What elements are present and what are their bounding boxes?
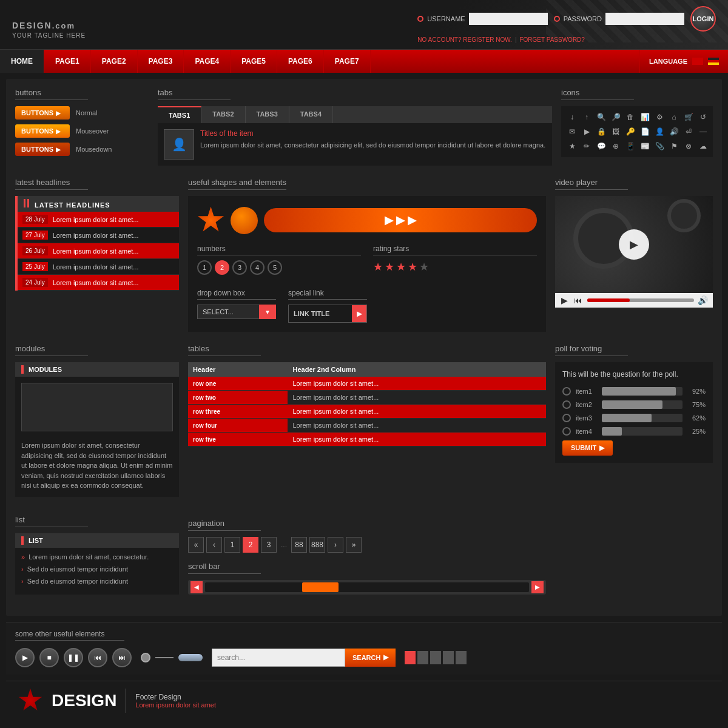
icon-clip[interactable]: 📎 (653, 140, 666, 152)
video-prev-btn[interactable]: ⏮ (573, 295, 584, 305)
num-3[interactable]: 3 (232, 260, 247, 275)
nav-page5[interactable]: PAGE5 (231, 50, 277, 73)
toggle-seg-2[interactable] (417, 651, 428, 664)
tab-2[interactable]: TABS2 (201, 106, 245, 123)
num-2[interactable]: 2 (215, 260, 229, 275)
icon-doc[interactable]: 📄 (639, 126, 651, 138)
num-4[interactable]: 4 (250, 260, 265, 275)
toggle-switch[interactable] (405, 651, 467, 664)
mc-stop[interactable]: ■ (39, 648, 59, 667)
password-input[interactable] (605, 13, 684, 25)
button-normal[interactable]: BUTTONS ▶ (15, 106, 70, 120)
icon-user[interactable]: 👤 (653, 126, 666, 138)
headline-item[interactable]: 28 July Lorem ipsum dolor sit amet... (18, 212, 179, 228)
icon-speaker[interactable]: 🔊 (668, 126, 680, 138)
icon-trash[interactable]: 🗑 (624, 111, 636, 123)
button-mouseover[interactable]: BUTTONS ▶ (15, 124, 70, 138)
icon-key[interactable]: 🔑 (624, 126, 636, 138)
nav-page3[interactable]: PAGE3 (138, 50, 184, 73)
toggle-seg-4[interactable] (443, 651, 454, 664)
submit-button[interactable]: SUBMIT ▶ (562, 440, 613, 456)
icon-pencil[interactable]: ✏ (581, 140, 593, 152)
poll-radio-2[interactable] (562, 400, 571, 409)
no-account-link[interactable]: NO ACCOUNT? REGISTER NOW. (417, 36, 512, 43)
forget-password-link[interactable]: FORGET PASSWORD? (519, 36, 584, 43)
toggle-seg-5[interactable] (456, 651, 467, 664)
icon-flag[interactable]: ⚑ (668, 140, 680, 152)
mc-prev[interactable]: ⏮ (88, 648, 107, 667)
num-1[interactable]: 1 (197, 260, 212, 275)
pg-1[interactable]: 1 (224, 537, 240, 553)
video-progress[interactable] (587, 298, 694, 302)
nav-page4[interactable]: PAGE4 (184, 50, 231, 73)
headline-item[interactable]: 26 July Lorem ipsum dolor sit amet... (18, 243, 179, 259)
icon-chat[interactable]: 💬 (595, 140, 607, 152)
video-play-btn[interactable]: ▶ (560, 295, 569, 305)
footer-sub[interactable]: Lorem ipsum dolor sit amet (135, 701, 216, 709)
icon-mobile[interactable]: 📱 (624, 140, 636, 152)
pg-last[interactable]: » (346, 537, 362, 553)
nav-page1[interactable]: PAGE1 (44, 50, 91, 73)
login-button[interactable]: LOGIN (690, 6, 716, 32)
icon-image[interactable]: 🖼 (610, 126, 622, 138)
icon-refresh[interactable]: ↺ (697, 111, 709, 123)
icon-mail[interactable]: ✉ (566, 126, 578, 138)
icon-return[interactable]: ⏎ (682, 126, 695, 138)
scroll-area[interactable] (205, 582, 529, 592)
dropdown-select[interactable]: SELECT... Option 1 Option 2 (197, 305, 276, 319)
star-1[interactable]: ★ (373, 260, 383, 274)
poll-radio-3[interactable] (562, 414, 571, 422)
pg-3[interactable]: 3 (261, 537, 277, 553)
pg-2[interactable]: 2 (243, 537, 258, 553)
star-2[interactable]: ★ (385, 260, 394, 274)
search-input[interactable] (212, 649, 345, 667)
star-4[interactable]: ★ (408, 260, 417, 274)
nav-page2[interactable]: PAGE2 (91, 50, 138, 73)
star-5[interactable]: ★ (419, 260, 429, 274)
search-button[interactable]: SEARCH ▶ (345, 649, 396, 667)
tab-title[interactable]: Titles of the item (200, 129, 545, 138)
scroll-left-btn[interactable]: ◀ (190, 581, 203, 593)
icon-wifi[interactable]: ⊗ (682, 140, 695, 152)
mc-play[interactable]: ▶ (15, 648, 35, 667)
scroll-right-btn[interactable]: ▶ (531, 581, 544, 593)
scroll-thumb[interactable] (302, 582, 339, 592)
mc-next[interactable]: ⏭ (112, 648, 132, 667)
icon-search1[interactable]: 🔍 (595, 111, 607, 123)
tab-1[interactable]: TABS1 (158, 106, 201, 123)
headline-item[interactable]: 24 July Lorem ipsum dolor sit amet... (18, 275, 179, 291)
icon-download[interactable]: ↓ (566, 111, 578, 123)
icon-play[interactable]: ▶ (581, 126, 593, 138)
toggle-seg-1[interactable] (405, 651, 416, 664)
icon-search2[interactable]: 🔎 (610, 111, 622, 123)
icon-gear[interactable]: ⚙ (653, 111, 666, 123)
star-3[interactable]: ★ (396, 260, 406, 274)
special-link-box[interactable]: LINK TITLE ▶ (288, 305, 367, 323)
icon-home[interactable]: ⌂ (668, 111, 680, 123)
poll-radio-1[interactable] (562, 387, 571, 396)
tag-pill[interactable] (178, 654, 203, 661)
icon-star[interactable]: ★ (566, 140, 578, 152)
pg-next[interactable]: › (328, 537, 343, 553)
tab-4[interactable]: TABS4 (289, 106, 333, 123)
icon-feed[interactable]: ⊕ (610, 140, 622, 152)
pg-first[interactable]: « (188, 537, 204, 553)
headline-item[interactable]: 27 July Lorem ipsum dolor sit amet... (18, 228, 179, 243)
icon-cart[interactable]: 🛒 (682, 111, 695, 123)
icon-lock[interactable]: 🔒 (595, 126, 607, 138)
poll-radio-4[interactable] (562, 427, 571, 436)
icon-rss[interactable]: ☁ (697, 140, 709, 152)
icon-minus[interactable]: — (697, 126, 709, 138)
num-5[interactable]: 5 (268, 260, 282, 275)
icon-news[interactable]: 📰 (639, 140, 651, 152)
icon-upload[interactable]: ↑ (581, 111, 593, 123)
username-input[interactable] (469, 13, 548, 25)
icon-chart[interactable]: 📊 (639, 111, 651, 123)
pg-prev[interactable]: ‹ (206, 537, 222, 553)
pg-88[interactable]: 88 (291, 537, 307, 553)
headline-item[interactable]: 25 July Lorem ipsum dolor sit amet... (18, 259, 179, 275)
nav-page6[interactable]: PAGE6 (277, 50, 324, 73)
button-mousedown[interactable]: BUTTONS ▶ (15, 143, 70, 156)
pg-888[interactable]: 888 (309, 537, 325, 553)
nav-page7[interactable]: PAGE7 (324, 50, 371, 73)
